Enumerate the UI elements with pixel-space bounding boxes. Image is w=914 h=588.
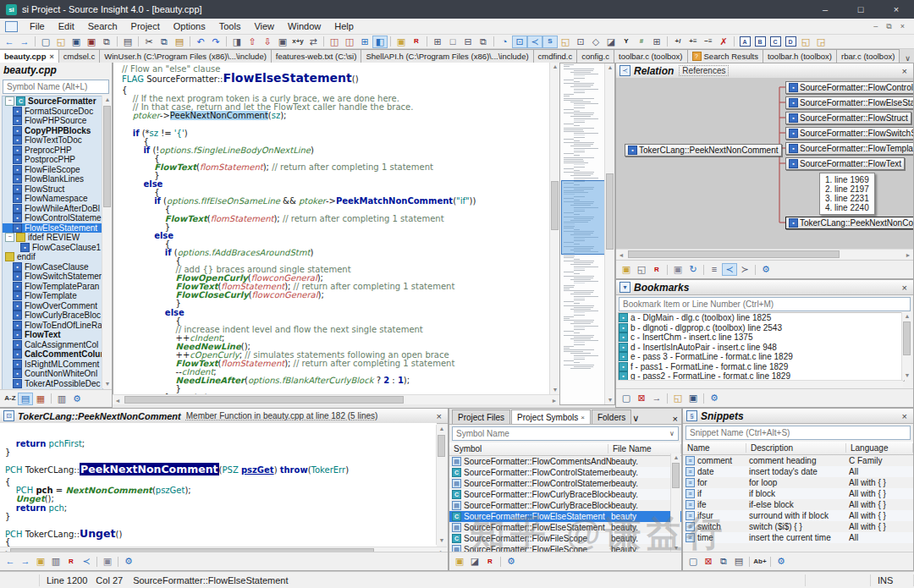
window-close-button[interactable]: × (878, 0, 914, 19)
relation-node[interactable]: ▪SourceFormatter::FlowSwitchStatement (785, 127, 913, 140)
file-tab[interactable]: config.c (576, 49, 614, 63)
bookmark-item[interactable]: ▪b - dlgnoti - dlgprop.c (toolbox) line … (619, 323, 904, 333)
book-view-icon[interactable]: ▥ (54, 393, 69, 405)
symbol-item[interactable]: ▪CountNonWhiteOnl (3, 369, 102, 379)
insert-snippet-icon[interactable]: Ab+ (752, 555, 768, 568)
settings-icon[interactable]: ⚙ (504, 555, 519, 568)
style-c-icon[interactable]: C (768, 36, 783, 48)
code-editor[interactable]: // Flow an "else" clauseFLAG SourceForma… (113, 63, 549, 394)
window-tile-icon[interactable]: ⊞ (430, 36, 445, 48)
tree-expander-icon[interactable]: − (5, 233, 14, 242)
snippet-row[interactable]: ≡dateinsert today's dateAll (683, 466, 913, 477)
line-reference[interactable]: 3. line 2231 (825, 194, 869, 203)
lock-icon[interactable]: ▣ (33, 555, 48, 568)
bookmark-item[interactable]: ▪f - pass1 - FormatLine - format.c line … (619, 362, 904, 372)
settings-icon[interactable]: ⚙ (707, 392, 722, 404)
relation-node[interactable]: ▪SourceFormatter::FlowStruct (785, 112, 911, 124)
project-tab-project-files[interactable]: Project Files (452, 409, 510, 424)
line-reference-box[interactable]: 1. line 19692. line 21973. line 22314. l… (819, 173, 875, 215)
project-panel-close-button[interactable]: × (673, 414, 681, 424)
check-out-icon[interactable]: ⇩ (260, 36, 275, 48)
bookmark-horizontal-scrollbar[interactable] (618, 380, 903, 387)
project-symbol-row[interactable]: CSourceFormatter::FlowElseStatementbeaut… (449, 511, 681, 522)
relation-root-node[interactable]: ▪TokerCLang::PeekNextNonComment (625, 144, 782, 157)
link-symbols-icon[interactable]: # (634, 36, 649, 48)
copy-icon[interactable]: ⧉ (157, 36, 172, 48)
project-symbol-search-input[interactable] (453, 429, 666, 438)
indent-minus-icon[interactable]: −≡ (701, 36, 716, 48)
symbol-item[interactable]: ▪FormatSourceDoc (3, 107, 102, 117)
mdi-restore-button[interactable]: ⧉ (882, 22, 895, 31)
select-block-icon[interactable]: ⊡ (512, 36, 527, 48)
hold-window-icon[interactable]: ▣ (670, 263, 686, 276)
line-reference[interactable]: 1. line 1969 (825, 175, 869, 184)
symbol-item[interactable]: ▪FlowControlStateme (3, 213, 102, 223)
project-tab-project-symbols[interactable]: Project Symbols× (511, 409, 591, 424)
redo-icon[interactable]: ↷ (208, 36, 223, 48)
nav-back-icon[interactable]: ← (3, 555, 18, 568)
window-cascade-icon[interactable]: ⧉ (476, 36, 491, 48)
settings-icon[interactable]: ⚙ (69, 393, 85, 405)
symbol-item[interactable]: endif (3, 252, 102, 262)
menu-view[interactable]: View (247, 21, 281, 31)
style-d-icon[interactable]: D (783, 36, 798, 48)
snippet-row[interactable]: ≡ifsursurround with if blockAll with { } (683, 510, 913, 521)
tab-close-icon[interactable]: × (581, 414, 585, 421)
relation-icon[interactable]: ≺ (79, 555, 94, 568)
relation-node[interactable]: ▪SourceFormatter::FlowTemplate (785, 142, 913, 155)
horizontal-graph-icon[interactable]: ≺ (722, 263, 737, 276)
new-file-icon[interactable]: ▢ (38, 36, 53, 48)
menu-file[interactable]: File (23, 21, 52, 31)
snippets-close-button[interactable]: × (900, 411, 910, 421)
nav-forward-icon[interactable]: → (18, 555, 33, 568)
symbol-item[interactable]: ▪PreprocPHP (3, 146, 102, 156)
window-split-icon[interactable]: ⊟ (460, 36, 476, 48)
symbol-item[interactable]: ▪FlowWhileAfterDoBl (3, 204, 102, 214)
doc-compare-icon[interactable]: ◨ (229, 36, 245, 48)
project-tab-folders[interactable]: Folders (592, 409, 631, 424)
relation-window-toggle-icon[interactable]: ≺ (527, 36, 542, 48)
symbol-item[interactable]: ▪FlowTemplate (3, 291, 102, 301)
save-icon[interactable]: ▣ (686, 392, 701, 404)
outline-view-icon[interactable]: ≡ (707, 263, 722, 276)
symbol-item[interactable]: ▪TokerAtPossibleDec (3, 379, 102, 389)
snippet-row[interactable]: ≡ifeif-else blockAll with { } (683, 499, 913, 510)
symbol-tree-scrollbar[interactable]: ▲▼ (102, 96, 112, 388)
save-as-icon[interactable]: ▣ (84, 36, 99, 48)
snippet-row[interactable]: ≡commentcomment headingC Family (683, 455, 913, 466)
menu-options[interactable]: Options (167, 21, 212, 31)
snippet-search-input[interactable] (686, 428, 910, 437)
lock-icon[interactable]: ▣ (619, 263, 634, 276)
tab-overflow-icon[interactable]: ∨ (900, 54, 914, 63)
symbol-item[interactable]: ▪PostprocPHP (3, 155, 102, 165)
window-maximize-button[interactable]: □ (843, 0, 878, 19)
reformat-icon[interactable]: R (409, 36, 424, 48)
snippet-row[interactable]: ≡switchswitch ($i$) { }All with { } (683, 521, 913, 532)
project-tab-overflow-icon[interactable]: ∨ (632, 413, 639, 424)
delete-bookmark-icon[interactable]: ⊠ (634, 392, 649, 404)
undo-icon[interactable]: ↶ (193, 36, 208, 48)
project-vertical-scrollbar[interactable]: ▲▼ (670, 453, 680, 552)
symbol-item[interactable]: ▪FlowElseStatement (3, 223, 102, 234)
cut-icon[interactable]: ✂ (141, 36, 157, 48)
reformat-icon[interactable]: R (63, 555, 79, 568)
line-reference[interactable]: 4. line 2240 (825, 203, 869, 212)
new-snippet-icon[interactable]: ▢ (686, 555, 701, 568)
symbol-item[interactable]: ▪FlowCaseClause1 (3, 243, 102, 253)
open-file-icon[interactable]: ◱ (53, 36, 69, 48)
symbol-item[interactable]: ▪FlowToEndOfLineRa (3, 321, 102, 331)
delete-snippet-icon[interactable]: ⊠ (701, 555, 716, 568)
file-tab[interactable]: toolbar.c (toolbox) (614, 49, 688, 63)
nav-back-icon[interactable]: ← (2, 36, 17, 48)
context-close-button[interactable]: × (434, 411, 444, 421)
edit-snippet-icon[interactable]: ▤ (731, 555, 746, 568)
context-code-area[interactable]: return pchFirst;} PCH TokerCLang::PeekNe… (0, 423, 437, 547)
symbol-item[interactable]: ▪FlowOverComment (3, 301, 102, 311)
column-language[interactable]: Language (846, 443, 913, 453)
menu-window[interactable]: Window (281, 21, 328, 31)
column-description[interactable]: Description (746, 443, 846, 453)
relation-horizontal-scrollbar[interactable]: ◄► (616, 249, 913, 259)
symbol-item[interactable]: ▪FlowCurlyBraceBloc (3, 310, 102, 321)
vertical-graph-icon[interactable]: ≻ (737, 263, 752, 276)
activate-window-icon[interactable]: ◧ (372, 36, 388, 48)
